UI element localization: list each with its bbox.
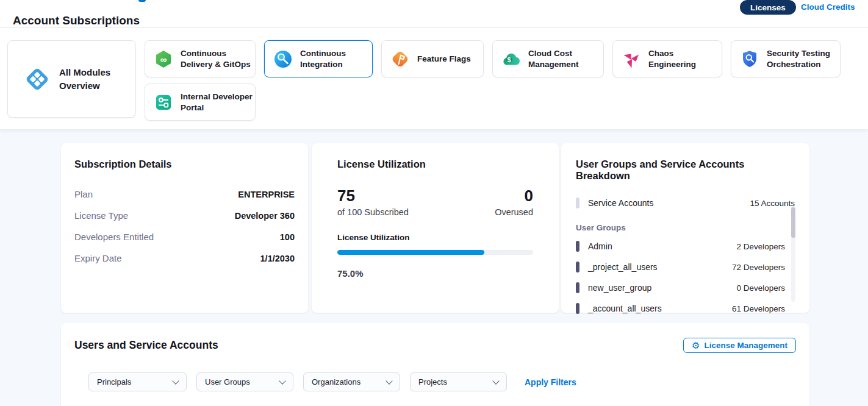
module-card-chaos-engineering[interactable]: Chaos Engineering (612, 40, 722, 77)
feature-flags-icon (390, 49, 410, 69)
clipped-nav-fragment (138, 0, 146, 2)
breakdown-card: User Groups and Service Accounts Breakdo… (561, 143, 809, 313)
chevron-down-icon (386, 377, 392, 384)
module-card-internal-dev-portal[interactable]: Internal Developer Portal (145, 84, 256, 121)
user-group-name: Admin (588, 241, 612, 251)
license-progress-track (337, 250, 533, 255)
all-modules-icon (24, 66, 51, 93)
filters-row: Principals User Groups Organizations Pro… (88, 372, 796, 391)
svg-text:∞: ∞ (160, 54, 167, 64)
license-utilization-card: License Utilization 75 of 100 Subscribed… (312, 143, 559, 313)
chevron-down-icon (279, 377, 285, 384)
user-group-value: 61 Developers (732, 304, 785, 313)
subscription-details-card: Subscription Details Plan ENTERPRISE Lic… (61, 143, 308, 313)
overused-stat: 0 Overused (495, 187, 533, 217)
user-group-marker-icon (576, 282, 579, 293)
chevron-down-icon (172, 377, 179, 384)
detail-label: Plan (74, 189, 93, 199)
license-utilization-stats: 75 of 100 Subscribed 0 Overused (337, 187, 533, 217)
principals-filter-dropdown[interactable]: Principals (88, 372, 187, 391)
filter-label: Principals (97, 377, 131, 386)
service-accounts-row: Service Accounts 15 Accounts (576, 198, 795, 208)
user-group-marker-icon (576, 241, 579, 252)
user-group-row: Admin 2 Developers (576, 241, 785, 252)
tab-licenses[interactable]: Licenses (740, 0, 796, 15)
module-label: Chaos Engineering (648, 48, 720, 70)
module-card-continuous-integration[interactable]: Continuous Integration (264, 40, 373, 77)
internal-dev-portal-icon (154, 93, 173, 112)
filter-label: Projects (418, 377, 447, 386)
detail-value: 1/1/2030 (260, 254, 295, 263)
module-card-cloud-cost[interactable]: $ Cloud Cost Management (492, 40, 604, 77)
module-label: Security Testing Orchestration (767, 48, 839, 70)
module-label: Continuous Integration (300, 48, 372, 70)
license-management-button[interactable]: ⚙ License Management (683, 338, 796, 353)
subscribed-stat: 75 of 100 Subscribed (337, 187, 409, 217)
page: { "header": { "title": "Account Subscrip… (0, 0, 868, 406)
detail-row-plan: Plan ENTERPRISE (74, 183, 295, 205)
all-modules-overview-card[interactable]: All Modules Overview (7, 40, 136, 118)
module-label: Feature Flags (417, 54, 471, 65)
security-testing-icon (740, 49, 759, 69)
modules-grid: ∞ Continuous Delivery & GitOps Continuou… (145, 40, 846, 121)
breakdown-scrollbar-thumb[interactable] (791, 207, 795, 238)
detail-label: Expiry Date (74, 253, 122, 263)
detail-value: 100 (280, 232, 295, 242)
user-group-row: new_user_group 0 Developers (576, 282, 785, 293)
detail-value: Developer 360 (235, 211, 295, 221)
user-group-marker-icon (576, 303, 579, 314)
apply-filters-link[interactable]: Apply Filters (525, 377, 576, 387)
detail-row-license-type: License Type Developer 360 (74, 205, 295, 226)
service-accounts-value: 15 Accounts (750, 199, 795, 208)
cd-gitops-icon: ∞ (154, 49, 173, 69)
utilization-percent: 75.0% (337, 268, 533, 279)
module-label: Continuous Delivery & GitOps (181, 48, 253, 70)
detail-label: Developers Entitled (74, 232, 154, 242)
cloud-cost-icon: $ (501, 49, 521, 69)
projects-filter-dropdown[interactable]: Projects (410, 372, 507, 391)
user-groups-header: User Groups (576, 223, 795, 232)
user-group-value: 0 Developers (736, 283, 785, 293)
subscribed-count: 75 (337, 187, 409, 204)
users-and-service-accounts-card: Users and Service Accounts ⚙ License Man… (61, 323, 809, 406)
detail-label: License Type (74, 210, 128, 221)
overused-count: 0 (495, 187, 533, 204)
user-group-marker-icon (576, 262, 579, 272)
module-label: Cloud Cost Management (528, 48, 600, 70)
organizations-filter-dropdown[interactable]: Organizations (303, 372, 400, 391)
service-accounts-label: Service Accounts (588, 198, 653, 208)
license-management-label: License Management (704, 341, 787, 350)
page-title: Account Subscriptions (13, 14, 140, 27)
license-progress-fill (337, 250, 484, 255)
user-group-name: _account_all_users (588, 304, 662, 313)
breakdown-title: User Groups and Service Accounts Breakdo… (576, 158, 795, 182)
user-group-name: _project_all_users (588, 262, 658, 272)
chevron-down-icon (492, 377, 499, 384)
utilization-bar-label: License Utilization (337, 233, 533, 242)
continuous-integration-icon (273, 49, 293, 69)
all-modules-overview-label: All Modules Overview (59, 66, 115, 93)
user-groups-filter-dropdown[interactable]: User Groups (196, 372, 293, 391)
detail-row-developers-entitled: Developers Entitled 100 (74, 226, 295, 248)
user-group-name: new_user_group (588, 283, 651, 293)
top-section: Account Subscriptions Licenses Cloud Cre… (0, 0, 868, 129)
subscription-details-title: Subscription Details (74, 158, 295, 170)
breakdown-scrollbar[interactable] (791, 206, 795, 302)
service-accounts-marker-icon (576, 198, 579, 208)
detail-row-expiry-date: Expiry Date 1/1/2030 (74, 248, 295, 269)
user-group-row: _account_all_users 61 Developers (576, 303, 785, 314)
gear-icon: ⚙ (692, 341, 700, 350)
user-groups-list: Admin 2 Developers _project_all_users 72… (576, 241, 795, 314)
filter-label: Organizations (312, 377, 360, 386)
module-card-cd-gitops[interactable]: ∞ Continuous Delivery & GitOps (145, 40, 256, 77)
tab-cloud-credits[interactable]: Cloud Credits (801, 2, 855, 12)
user-group-row: _project_all_users 72 Developers (576, 262, 785, 272)
module-card-security-testing[interactable]: Security Testing Orchestration (731, 40, 841, 77)
module-label: Internal Developer Portal (181, 91, 253, 113)
svg-text:$: $ (508, 56, 511, 63)
subscribed-caption: of 100 Subscribed (337, 207, 409, 217)
filter-label: User Groups (205, 377, 250, 386)
user-group-value: 72 Developers (732, 263, 785, 272)
module-card-feature-flags[interactable]: Feature Flags (381, 40, 484, 77)
chaos-engineering-icon (622, 49, 641, 69)
